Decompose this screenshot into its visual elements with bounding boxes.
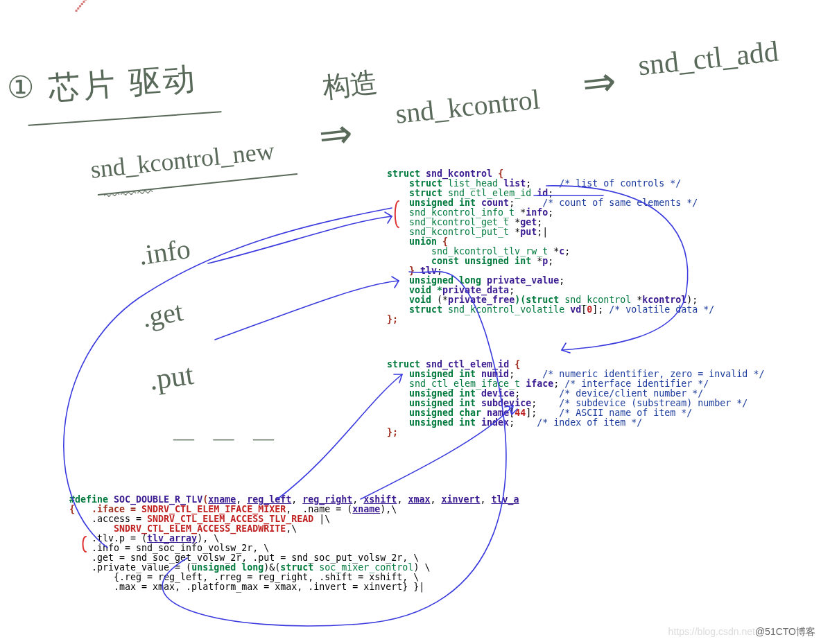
code-struct-snd-kcontrol: struct snd_kcontrol { struct list_head l… [387,159,714,334]
hand-center-label: 构造 [320,63,379,107]
watermark-site: @51CTO博客 [755,626,815,637]
hand-info: .info [137,232,192,272]
hand-snd-ctl-add: snd_ctl_add [637,35,780,82]
hand-snd-kcontrol-new: snd_kcontrol_new [89,136,276,184]
hand-circle-number: ① [7,69,34,105]
diagram-canvas: ⟋ ① 芯片 驱动 snd_kcontrol_new 〰〰〰 构造 ⇒ snd_… [0,0,821,644]
hand-red-stroke: ⟋ [64,0,101,22]
hand-dots: — — — [173,426,281,450]
watermark-url: https://blog.csdn.net [668,626,755,637]
underline-left-title [28,111,221,126]
kw-struct: struct [387,168,420,179]
hand-arrow-1: ⇒ [317,110,356,160]
code-define-macro: #define SOC_DOUBLE_R_TLV(xname, reg_left… [69,485,519,602]
hand-put: .put [147,358,196,397]
wavy-underline: 〰〰〰 [103,184,155,206]
hand-left-title: 芯片 驱动 [47,58,199,111]
hand-get: .get [139,295,185,334]
hand-snd-kcontrol: snd_kcontrol [394,82,542,130]
watermark: https://blog.csdn.net@51CTO博客 [668,626,815,638]
code-struct-snd-ctl-elem-id: struct snd_ctl_elem_id { unsigned int nu… [387,350,764,447]
hand-arrow-2: ⇒ [580,58,619,108]
